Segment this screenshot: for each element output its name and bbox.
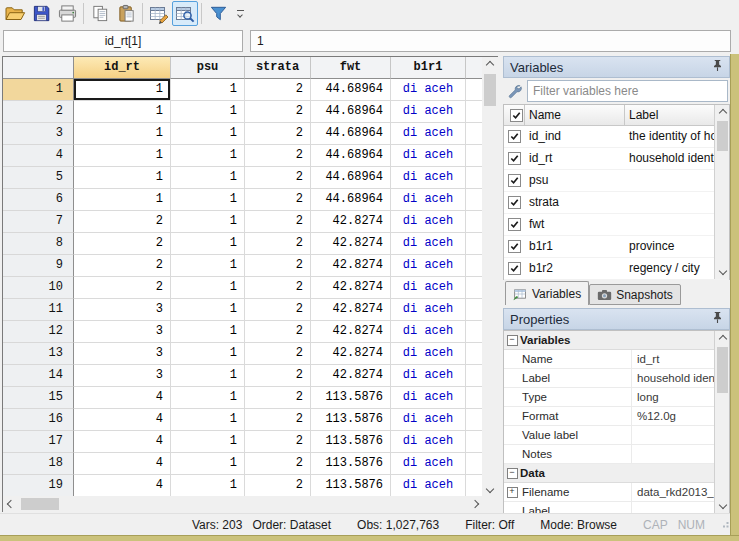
scroll-down-arrow[interactable] [715,263,730,279]
grid-cell[interactable]: 2 [74,255,171,277]
scroll-down-arrow[interactable] [482,481,498,497]
grid-cell[interactable]: 44.68964 [311,79,391,101]
grid-cell[interactable]: 2 [245,365,311,387]
grid-cell[interactable]: di aceh [391,343,466,365]
variable-row-b1r2[interactable]: b1r2regency / city [504,258,729,280]
scrollbar-thumb[interactable] [717,347,728,393]
grid-row-number[interactable]: 13 [3,343,74,365]
grid-column-header-strata[interactable]: strata [245,57,311,79]
scroll-right-arrow[interactable] [467,496,483,512]
variable-checkbox[interactable] [504,152,525,165]
grid-row-number[interactable]: 11 [3,299,74,321]
variable-row-strata[interactable]: strata [504,192,729,214]
open-button[interactable] [2,1,28,26]
grid-cell[interactable]: 2 [245,145,311,167]
grid-cell[interactable]: 2 [245,233,311,255]
grid-cell[interactable]: 4 [74,409,171,431]
browse-mode-button[interactable] [172,1,198,26]
tab-snapshots[interactable]: Snapshots [589,284,681,305]
grid-row-number[interactable]: 16 [3,409,74,431]
grid-cell[interactable]: 44.68964 [311,101,391,123]
grid-cell[interactable]: di aceh [391,145,466,167]
pin-icon[interactable] [712,311,723,327]
grid-cell[interactable]: 44.68964 [311,123,391,145]
grid-cell[interactable]: 1 [171,145,245,167]
grid-cell[interactable]: 1 [171,101,245,123]
grid-cell[interactable]: 42.8274 [311,299,391,321]
copy-button[interactable] [87,1,113,26]
scroll-up-arrow[interactable] [715,331,730,347]
grid-row-number[interactable]: 1 [3,79,74,101]
grid-cell[interactable]: 2 [245,101,311,123]
grid-cell[interactable]: di aceh [391,409,466,431]
grid-cell[interactable]: 42.8274 [311,211,391,233]
pin-icon[interactable] [712,59,723,75]
grid-cell[interactable]: 42.8274 [311,277,391,299]
filter-variables-input[interactable] [527,80,728,102]
variable-checkbox[interactable] [504,240,525,253]
grid-cell[interactable]: di aceh [391,387,466,409]
grid-cell[interactable]: 2 [245,123,311,145]
grid-cell[interactable]: 42.8274 [311,343,391,365]
grid-cell[interactable]: 1 [74,145,171,167]
grid-cell[interactable]: di aceh [391,299,466,321]
scrollbar-thumb[interactable] [21,498,59,510]
grid-row-number[interactable]: 7 [3,211,74,233]
grid-cell[interactable]: 1 [171,365,245,387]
variable-checkbox[interactable] [504,262,525,275]
grid-cell[interactable]: 1 [171,409,245,431]
grid-cell[interactable]: 42.8274 [311,255,391,277]
grid-cell[interactable]: 44.68964 [311,189,391,211]
grid-cell[interactable]: 2 [245,79,311,101]
expand-icon[interactable]: + [507,487,518,498]
grid-cell[interactable]: 2 [245,211,311,233]
column-header-name[interactable]: Name [525,105,625,125]
grid-cell[interactable]: 113.5876 [311,387,391,409]
grid-cell[interactable]: di aceh [391,431,466,453]
grid-row-number[interactable]: 5 [3,167,74,189]
select-all-checkbox[interactable] [504,105,525,125]
property-row-name[interactable]: Nameid_rt [504,350,714,369]
grid-cell[interactable]: 1 [171,123,245,145]
grid-cell[interactable]: 1 [171,475,245,497]
variables-vertical-scrollbar[interactable] [714,105,729,279]
variable-row-b1r1[interactable]: b1r1province [504,236,729,258]
grid-column-header-id_rt[interactable]: id_rt [74,57,171,79]
grid-row-number[interactable]: 3 [3,123,74,145]
grid-cell[interactable]: 1 [171,277,245,299]
properties-vertical-scrollbar[interactable] [714,331,729,513]
edit-mode-button[interactable] [146,1,172,26]
grid-cell[interactable]: 2 [245,277,311,299]
grid-row-number[interactable]: 6 [3,189,74,211]
print-button[interactable] [54,1,80,26]
scrollbar-thumb[interactable] [717,121,728,151]
grid-cell[interactable]: di aceh [391,233,466,255]
grid-row-number[interactable]: 2 [3,101,74,123]
grid-cell[interactable]: 2 [245,453,311,475]
grid-row-number[interactable]: 4 [3,145,74,167]
grid-cell[interactable]: di aceh [391,321,466,343]
grid-cell[interactable]: di aceh [391,189,466,211]
scroll-up-arrow[interactable] [482,57,498,73]
grid-cell[interactable]: 42.8274 [311,321,391,343]
grid-cell[interactable]: 1 [171,167,245,189]
grid-row-number[interactable]: 18 [3,453,74,475]
grid-cell[interactable]: 2 [245,255,311,277]
grid-cell[interactable]: 1 [171,343,245,365]
grid-row-number[interactable]: 15 [3,387,74,409]
property-row-notes[interactable]: Notes [504,445,714,464]
grid-cell[interactable]: 2 [245,387,311,409]
grid-row-number[interactable]: 19 [3,475,74,497]
grid-cell[interactable]: 3 [74,299,171,321]
filter-button[interactable] [205,1,231,26]
scroll-down-arrow[interactable] [715,497,730,513]
grid-cell[interactable]: di aceh [391,475,466,497]
grid-column-header-psu[interactable]: psu [171,57,245,79]
grid-cell[interactable]: 1 [171,431,245,453]
grid-cell[interactable]: 2 [74,211,171,233]
grid-cell[interactable]: 2 [245,167,311,189]
wrench-icon[interactable] [503,83,527,99]
grid-column-header-b1r1[interactable]: b1r1 [391,57,466,79]
properties-section-data[interactable]: −Data [504,464,714,483]
more-options-button[interactable] [233,3,247,25]
